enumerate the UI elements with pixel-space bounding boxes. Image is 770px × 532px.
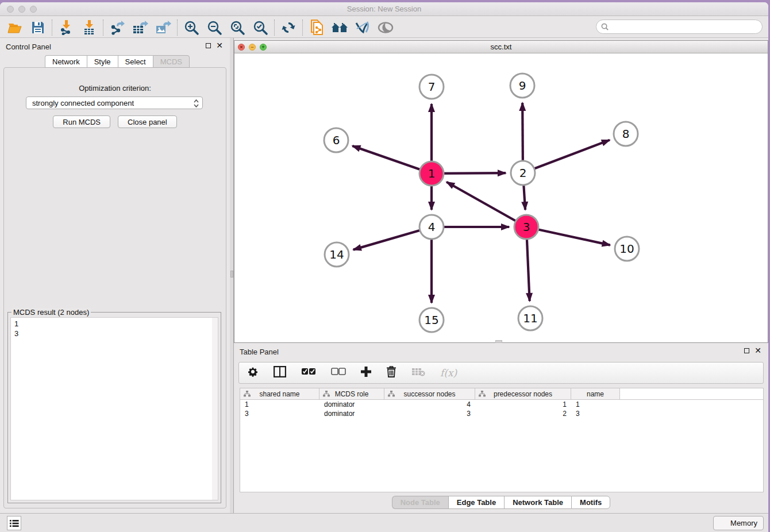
graph-node-7[interactable]: 7 [419,75,444,99]
show-column-panel-icon[interactable] [274,366,286,380]
export-table-icon[interactable] [129,18,152,37]
graph-node-10[interactable]: 10 [615,237,639,261]
graph-node-11[interactable]: 11 [518,306,542,330]
application-window: Session: New Session [0,2,768,532]
tab-motifs[interactable]: Motifs [571,496,610,509]
network-window-titlebar[interactable]: × − + scc.txt [234,41,768,53]
graph-node-label: 3 [523,220,530,234]
table-row[interactable]: 1 dominator 4 1 1 [240,400,763,409]
search-icon [601,23,609,30]
vertical-splitter[interactable] [230,38,234,513]
graph-node-3[interactable]: 3 [514,215,538,239]
delete-column-trash-icon[interactable] [386,366,396,380]
splitter-handle[interactable] [230,271,233,277]
tab-network-table[interactable]: Network Table [504,496,571,509]
zoom-selected-icon[interactable] [249,18,272,37]
memory-label: Memory [730,519,757,527]
criterion-dropdown-value: strongly connected component [32,99,134,107]
graph-node-1[interactable]: 1 [419,161,444,186]
memory-button[interactable]: Memory [713,516,764,530]
column-header-mcds-role[interactable]: MCDS role [319,388,384,399]
import-network-icon[interactable] [55,18,78,37]
cell-mcds-role: dominator [319,409,384,418]
graph-node-label: 1 [428,167,436,180]
tab-select[interactable]: Select [118,55,153,68]
tab-mcds[interactable]: MCDS [153,55,190,68]
graph-edge-3-1[interactable] [446,182,526,227]
table-toolbar: f(x) [238,362,764,384]
close-panel-button[interactable]: Close panel [118,115,177,128]
table-settings-gear-icon[interactable] [247,366,259,380]
cell-name: 3 [571,409,620,418]
tree-icon [388,391,395,397]
unselect-all-columns-icon[interactable] [331,368,346,378]
refresh-icon[interactable] [277,18,300,37]
import-table-icon[interactable] [78,18,101,37]
column-header-successor-nodes[interactable]: successor nodes [384,388,475,399]
column-header-predecessor-nodes[interactable]: predecessor nodes [475,388,571,399]
run-mcds-button[interactable]: Run MCDS [53,115,110,128]
close-panel-icon[interactable]: ✕ [216,43,223,48]
zoom-out-icon[interactable] [203,18,226,37]
network-view-window: × − + scc.txt 7968124314101511 [234,40,768,343]
mcds-result-text[interactable]: 1 3 [10,317,218,500]
first-neighbors-icon[interactable] [328,18,351,37]
graph-node-14[interactable]: 14 [325,242,349,267]
new-network-from-selection-icon[interactable] [305,18,328,37]
cell-shared-name: 1 [240,400,319,409]
network-window-title: scc.txt [234,43,768,51]
tree-icon [323,391,330,397]
graph-node-15[interactable]: 15 [419,308,444,332]
graph-node-label: 8 [622,127,630,141]
cell-predecessor-nodes: 1 [475,400,571,409]
criterion-dropdown[interactable]: strongly connected component [26,97,203,109]
control-panel-tabs: Network Style Select MCDS [45,55,190,68]
search-input[interactable] [611,23,762,31]
graph-node-label: 14 [329,248,344,261]
toolbar-separator [52,20,52,36]
table-row[interactable]: 3 dominator 3 2 3 [240,409,763,418]
toolbar-separator [177,20,178,36]
graph-node-4[interactable]: 4 [419,215,444,239]
column-header-shared-name[interactable]: shared name [240,388,319,399]
control-panel: Control Panel ✕ Network Style Select MCD… [0,38,230,513]
graph-node-2[interactable]: 2 [511,161,535,185]
float-panel-icon[interactable] [206,43,211,48]
export-image-icon[interactable] [152,18,175,37]
tab-node-table[interactable]: Node Table [392,496,448,509]
column-header-name[interactable]: name [571,388,620,399]
tab-style[interactable]: Style [87,55,118,68]
zoom-fit-icon[interactable] [226,18,249,37]
float-table-panel-icon[interactable] [744,348,749,353]
export-network-icon[interactable] [106,18,129,37]
close-table-panel-icon[interactable]: ✕ [754,348,761,353]
main-toolbar [0,17,768,38]
create-column-plus-icon[interactable] [361,367,371,379]
save-session-icon[interactable] [26,18,49,37]
graph-node-9[interactable]: 9 [510,74,534,98]
function-builder-icon: f(x) [440,367,457,379]
select-all-columns-icon[interactable] [301,368,316,378]
open-session-icon[interactable] [3,18,26,37]
titlebar: Session: New Session [0,2,768,16]
tab-edge-table[interactable]: Edge Table [448,496,504,509]
graph-node-label: 11 [523,311,537,325]
table-tabs: Node Table Edge Table Network Table Moti… [234,496,768,509]
task-history-button[interactable] [7,516,21,530]
graph-node-label: 7 [428,80,436,94]
hide-selected-icon[interactable] [351,18,374,37]
node-table: shared name MCDS role successor nodes pr… [240,388,764,492]
mcds-result-scrollbar[interactable] [212,318,218,500]
tab-network[interactable]: Network [45,55,87,68]
show-all-eye-icon[interactable] [374,18,397,37]
graph-node-label: 10 [619,242,634,256]
zoom-in-icon[interactable] [180,18,203,37]
search-field[interactable] [596,20,763,34]
network-canvas[interactable]: 7968124314101511 [234,53,768,342]
cell-predecessor-nodes: 2 [475,409,571,418]
graph-edge-2-8[interactable] [523,140,610,173]
graph-node-6[interactable]: 6 [324,128,348,152]
cell-shared-name: 3 [240,409,319,418]
graph-node-8[interactable]: 8 [614,122,638,146]
memory-status-icon [719,519,727,527]
